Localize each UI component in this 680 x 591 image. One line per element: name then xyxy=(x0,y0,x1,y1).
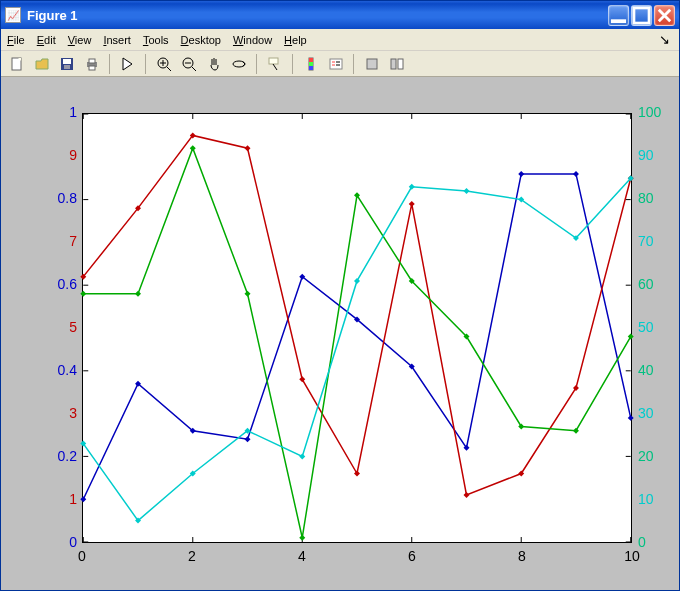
svg-rect-14 xyxy=(309,58,313,62)
y-left-tick-label: 0.4 xyxy=(47,362,77,378)
y-left-tick-label: 0 xyxy=(47,534,77,550)
toolbar-separator xyxy=(292,54,293,74)
titlebar[interactable]: 📈 Figure 1 xyxy=(1,1,679,29)
x-tick-label: 0 xyxy=(72,548,92,564)
svg-rect-0 xyxy=(611,19,626,23)
toolbar-separator xyxy=(256,54,257,74)
axes[interactable] xyxy=(82,113,632,543)
y-right-tick-label: 0 xyxy=(638,534,666,550)
menu-desktop[interactable]: Desktop xyxy=(181,34,221,46)
x-tick-label: 4 xyxy=(292,548,312,564)
y-right2-tick-label: 10 xyxy=(638,491,666,507)
svg-rect-2 xyxy=(12,58,21,70)
print-button[interactable] xyxy=(80,53,103,75)
hide-plot-tools-button[interactable] xyxy=(360,53,383,75)
datacursor-button[interactable] xyxy=(263,53,286,75)
y-right-tick-label: 40 xyxy=(638,362,666,378)
menu-edit[interactable]: Edit xyxy=(37,34,56,46)
series-red xyxy=(83,135,630,495)
open-button[interactable] xyxy=(30,53,53,75)
menubar: File Edit View Insert Tools Desktop Wind… xyxy=(1,29,679,51)
y-right-tick-label: 80 xyxy=(638,190,666,206)
toolbar-separator xyxy=(109,54,110,74)
svg-rect-5 xyxy=(64,65,70,69)
new-figure-button[interactable] xyxy=(5,53,28,75)
toolbar xyxy=(1,51,679,77)
y-right-tick-label: 20 xyxy=(638,448,666,464)
menu-tools[interactable]: Tools xyxy=(143,34,169,46)
svg-rect-12 xyxy=(269,58,278,64)
y-left2-tick-label: 3 xyxy=(62,405,77,421)
matlab-icon: 📈 xyxy=(5,7,21,23)
y-left-tick-label: 0.8 xyxy=(47,190,77,206)
minimize-button[interactable] xyxy=(608,5,629,26)
svg-rect-16 xyxy=(309,66,313,70)
y-right-tick-label: 100 xyxy=(638,104,666,120)
menu-insert[interactable]: Insert xyxy=(103,34,131,46)
y-left-tick-label: 0.2 xyxy=(47,448,77,464)
y-left2-tick-label: 7 xyxy=(62,233,77,249)
dock-toggle-icon[interactable]: ↘ xyxy=(659,32,673,46)
x-tick-label: 2 xyxy=(182,548,202,564)
insert-legend-button[interactable] xyxy=(324,53,347,75)
y-right2-tick-label: 90 xyxy=(638,147,666,163)
y-right-tick-label: 60 xyxy=(638,276,666,292)
x-tick-label: 6 xyxy=(402,548,422,564)
menu-file[interactable]: File xyxy=(7,34,25,46)
menu-window[interactable]: Window xyxy=(233,34,272,46)
x-tick-label: 10 xyxy=(622,548,642,564)
svg-rect-8 xyxy=(89,66,95,70)
menu-help[interactable]: Help xyxy=(284,34,307,46)
rotate3d-button[interactable] xyxy=(227,53,250,75)
axes-panel[interactable]: 024681000.20.40.60.811357902040608010010… xyxy=(7,83,673,584)
close-button[interactable] xyxy=(654,5,675,26)
zoom-out-button[interactable] xyxy=(177,53,200,75)
y-left-tick-label: 0.6 xyxy=(47,276,77,292)
pan-button[interactable] xyxy=(202,53,225,75)
svg-rect-18 xyxy=(367,59,377,69)
maximize-button[interactable] xyxy=(631,5,652,26)
svg-rect-7 xyxy=(89,59,95,63)
series-cyan xyxy=(83,178,630,520)
svg-rect-20 xyxy=(398,59,403,69)
window-title: Figure 1 xyxy=(27,8,608,23)
y-right2-tick-label: 30 xyxy=(638,405,666,421)
y-left2-tick-label: 1 xyxy=(62,491,77,507)
zoom-in-button[interactable] xyxy=(152,53,175,75)
save-button[interactable] xyxy=(55,53,78,75)
svg-rect-19 xyxy=(391,59,396,69)
svg-rect-15 xyxy=(309,62,313,66)
svg-rect-17 xyxy=(330,59,342,69)
toolbar-separator xyxy=(353,54,354,74)
series-green xyxy=(83,148,630,537)
y-left-tick-label: 1 xyxy=(47,104,77,120)
svg-rect-1 xyxy=(634,7,649,22)
show-plot-tools-button[interactable] xyxy=(385,53,408,75)
edit-plot-button[interactable] xyxy=(116,53,139,75)
toolbar-separator xyxy=(145,54,146,74)
figure-window: 📈 Figure 1 File Edit View Insert Tools D… xyxy=(0,0,680,591)
menu-view[interactable]: View xyxy=(68,34,92,46)
y-right2-tick-label: 70 xyxy=(638,233,666,249)
svg-rect-4 xyxy=(63,59,71,64)
insert-colorbar-button[interactable] xyxy=(299,53,322,75)
y-left2-tick-label: 5 xyxy=(62,319,77,335)
y-left2-tick-label: 9 xyxy=(62,147,77,163)
plot-svg xyxy=(83,114,631,542)
y-right2-tick-label: 50 xyxy=(638,319,666,335)
x-tick-label: 8 xyxy=(512,548,532,564)
figure-content: 024681000.20.40.60.811357902040608010010… xyxy=(1,77,679,590)
